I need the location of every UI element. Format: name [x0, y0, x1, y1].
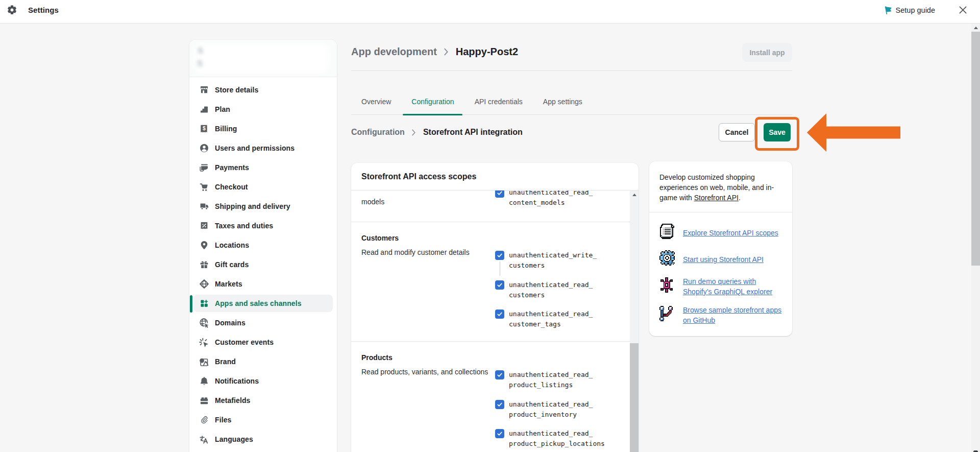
billing-icon [199, 124, 209, 134]
page-scrollbar[interactable] [971, 23, 980, 452]
scope-name: unauthenticated_read_product_pickup_loca… [509, 429, 611, 449]
setup-guide-flag-icon [884, 6, 892, 14]
storefront-api-info-card: Develop customized shopping experiences … [649, 161, 792, 336]
scope-checkbox-item: unauthenticated_write_customers [495, 250, 630, 271]
scope-row: Read products, variants, and collections… [351, 367, 630, 449]
events-icon [199, 337, 209, 347]
scopes-scroll-area[interactable]: models unauthenticated_read_content_mode… [351, 191, 630, 452]
scope-checkbox-item: unauthenticated_read_content_models [495, 191, 630, 208]
sidebar-item-metafields[interactable]: Metafields [193, 392, 333, 409]
save-button[interactable]: Save [764, 123, 791, 141]
gear-pixel-icon [659, 250, 675, 266]
sidebar-item-label: Brand [215, 358, 236, 366]
sidebar-item-payments[interactable]: Payments [193, 159, 333, 176]
sidebar-item-label: Metafields [215, 396, 250, 405]
git-pixel-icon [659, 306, 675, 321]
chevron-right-icon [411, 129, 416, 136]
scroll-pixel-icon [659, 224, 675, 239]
sub-breadcrumb: Configuration Storefront API integration [351, 123, 523, 141]
page-scrollbar-thumb[interactable] [971, 32, 980, 266]
sidebar-item-locations[interactable]: Locations [193, 236, 333, 254]
sidebar-item-gift-cards[interactable]: Gift cards [193, 256, 333, 273]
sidebar-item-taxes-and-duties[interactable]: Taxes and duties [193, 217, 333, 234]
cancel-button[interactable]: Cancel [719, 123, 755, 141]
sub-breadcrumb-current: Storefront API integration [423, 128, 523, 137]
sidebar-item-billing[interactable]: Billing [193, 120, 333, 137]
scope-checkbox-list: unauthenticated_write_customersunauthent… [495, 247, 630, 329]
info-card-divider [649, 212, 792, 212]
sidebar-item-label: Markets [215, 280, 242, 288]
checkbox-checked[interactable] [495, 429, 504, 438]
tab-app-settings[interactable]: App settings [533, 91, 593, 114]
sub-breadcrumb-configuration[interactable]: Configuration [351, 128, 405, 137]
resource-link[interactable]: Browse sample storefront apps on GitHub [683, 305, 783, 325]
sidebar-item-apps-and-sales-channels[interactable]: Apps and sales channels [193, 295, 333, 312]
dependency-connector-line [500, 261, 500, 276]
settings-sidebar: S S Store detailsPlanBillingUsers and pe… [189, 40, 337, 452]
scopes-scrollbar-thumb[interactable] [630, 343, 639, 452]
sidebar-item-users-and-permissions[interactable]: Users and permissions [193, 139, 333, 157]
sidebar-item-label: Customer events [215, 338, 274, 346]
sidebar-item-store-details[interactable]: Store details [193, 81, 333, 99]
resource-link[interactable]: Start using Storefront API [683, 254, 764, 265]
sidebar-item-shipping-and-delivery[interactable]: Shipping and delivery [193, 198, 333, 215]
sidebar-item-plan[interactable]: Plan [193, 101, 333, 118]
app-tabs: OverviewConfigurationAPI credentialsApp … [351, 91, 792, 115]
tab-overview[interactable]: Overview [351, 91, 401, 114]
scopes-section-heading: Products [351, 342, 630, 363]
store-identity-redacted: S S [189, 40, 337, 77]
info-paragraph: Develop customized shopping experiences … [649, 161, 792, 203]
scopes-scrollbar[interactable] [630, 191, 639, 452]
scrollbar-up-arrow[interactable] [971, 23, 980, 32]
scopes-section-products: ProductsRead products, variants, and col… [351, 342, 630, 452]
locations-icon [199, 240, 209, 250]
resource-link[interactable]: Explore Storefront API scopes [683, 228, 778, 238]
scope-checkbox-item: unauthenticated_read_customer_tags [495, 309, 630, 329]
checkbox-checked[interactable] [495, 400, 504, 409]
sidebar-item-markets[interactable]: Markets [193, 275, 333, 293]
graphql-pixel-icon [659, 277, 675, 293]
scope-name: unauthenticated_write_customers [509, 250, 611, 271]
scopes-card-title: Storefront API access scopes [351, 163, 639, 191]
scope-checkbox-item: unauthenticated_read_product_listings [495, 370, 630, 390]
close-icon[interactable] [958, 5, 968, 15]
sidebar-item-domains[interactable]: Domains [193, 314, 333, 331]
sidebar-item-label: Payments [215, 163, 249, 172]
sidebar-item-languages[interactable]: Languages [193, 431, 333, 448]
resource-link-row: Explore Storefront API scopes [659, 223, 778, 240]
scopes-scrollbar-up-arrow[interactable] [630, 191, 639, 199]
scope-name: unauthenticated_read_product_listings [509, 370, 611, 390]
chevron-right-icon [444, 48, 449, 56]
setup-guide-button[interactable]: Setup guide [896, 6, 935, 14]
scope-checkbox-item: unauthenticated_read_product_pickup_loca… [495, 429, 630, 449]
tab-configuration[interactable]: Configuration [401, 91, 464, 114]
install-app-button[interactable]: Install app [742, 43, 792, 62]
up-triangle-icon [974, 27, 978, 29]
languages-icon [199, 434, 209, 444]
resource-link[interactable]: Run demo queries with Shopify’s GraphiQL… [683, 276, 783, 297]
taxes-icon [199, 221, 209, 231]
sidebar-item-label: Store details [215, 86, 258, 94]
brand-icon [199, 356, 209, 367]
checkbox-checked[interactable] [495, 191, 504, 198]
checkbox-checked[interactable] [495, 280, 504, 290]
sidebar-item-brand[interactable]: Brand [193, 353, 333, 370]
sidebar-item-checkout[interactable]: Checkout [193, 178, 333, 196]
checkbox-checked[interactable] [495, 310, 504, 319]
checkbox-checked[interactable] [495, 370, 504, 379]
sidebar-item-customer-events[interactable]: Customer events [193, 334, 333, 351]
sidebar-item-label: Users and permissions [215, 144, 295, 152]
sidebar-item-files[interactable]: Files [193, 411, 333, 429]
scope-name: unauthenticated_read_customer_tags [509, 309, 611, 329]
sidebar-item-label: Notifications [215, 377, 259, 385]
settings-top-bar: Settings Setup guide [0, 0, 980, 23]
scope-name: unauthenticated_read_customers [509, 280, 611, 300]
metafields-icon [199, 395, 209, 406]
storefront-api-link[interactable]: Storefront API [694, 194, 739, 202]
tab-api-credentials[interactable]: API credentials [464, 91, 533, 114]
sidebar-item-notifications[interactable]: Notifications [193, 372, 333, 390]
scope-checkbox-item: unauthenticated_read_product_inventory [495, 399, 630, 420]
checkbox-checked[interactable] [495, 251, 504, 260]
users-icon [199, 143, 209, 153]
breadcrumb-app-development[interactable]: App development [351, 46, 437, 58]
